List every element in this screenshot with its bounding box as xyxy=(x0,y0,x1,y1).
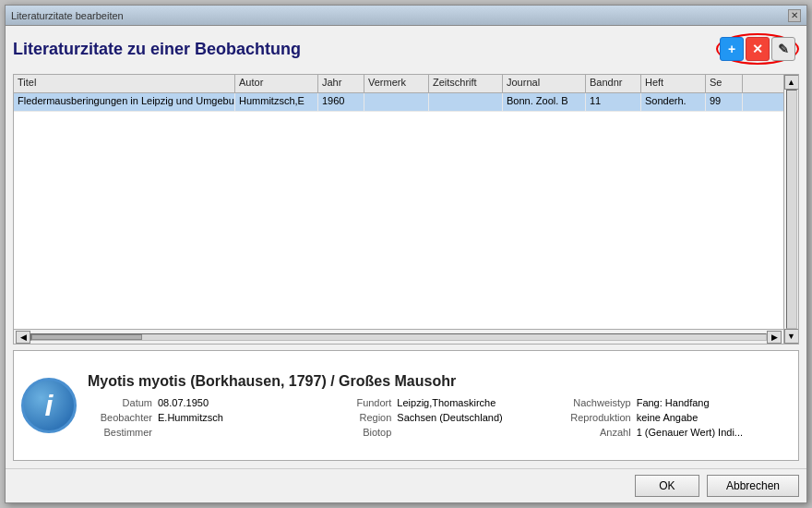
field-label-biotop: Biotop xyxy=(327,427,391,438)
cell-zeitschrift xyxy=(429,93,503,111)
cell-jahr: 1960 xyxy=(318,93,364,111)
vertical-scrollbar[interactable]: ▲ ▼ xyxy=(783,75,798,344)
cell-vermerk xyxy=(364,93,429,111)
title-bar: Literaturzitate bearbeiten ✕ xyxy=(6,6,806,26)
cell-bandnr: 11 xyxy=(586,93,641,111)
cancel-button[interactable]: Abbrechen xyxy=(707,475,799,497)
cell-se: 99 xyxy=(706,93,743,111)
cell-titel: Fledermausberingungen in Leipzig und Umg… xyxy=(14,93,235,111)
scroll-down-button[interactable]: ▼ xyxy=(784,329,799,344)
scroll-right-button[interactable]: ▶ xyxy=(767,331,782,344)
field-label-nachweistyp: Nachweistyp xyxy=(567,397,631,408)
col-header-zeitschrift: Zeitschrift xyxy=(429,75,503,92)
field-label-bestimmer: Bestimmer xyxy=(88,427,152,438)
field-label-reproduktion: Reproduktion xyxy=(567,412,631,423)
field-fundort: Fundort Leipzig,Thomaskirche xyxy=(327,397,551,408)
field-value-region: Sachsen (Deutschland) xyxy=(397,412,502,423)
info-content: Myotis myotis (Borkhausen, 1797) / Große… xyxy=(88,373,791,438)
field-label-anzahl: Anzahl xyxy=(567,427,631,438)
table-container: Titel Autor Jahr Vermerk Zeitschrift Jou… xyxy=(13,74,799,345)
scrollbar-h-track[interactable] xyxy=(30,333,767,341)
cell-heft: Sonderh. xyxy=(641,93,706,111)
field-bestimmer: Bestimmer xyxy=(88,427,312,438)
info-fields: Datum 08.07.1950 Beobachter E.Hummitzsch… xyxy=(88,397,791,438)
field-label-fundort: Fundort xyxy=(327,397,391,408)
scroll-left-button[interactable]: ◀ xyxy=(16,331,30,344)
col-header-jahr: Jahr xyxy=(318,75,364,92)
horizontal-scrollbar[interactable]: ◀ ▶ xyxy=(14,329,783,344)
col-header-vermerk: Vermerk xyxy=(364,75,429,92)
col-header-journal: Journal xyxy=(503,75,586,92)
main-window: Literaturzitate bearbeiten ✕ Literaturzi… xyxy=(5,5,807,503)
table-header: Titel Autor Jahr Vermerk Zeitschrift Jou… xyxy=(14,75,783,93)
field-value-anzahl: 1 (Genauer Wert) Indi... xyxy=(637,427,743,438)
scroll-up-button[interactable]: ▲ xyxy=(784,75,799,90)
header-row: Literaturzitate zu einer Beobachtung + ✕… xyxy=(13,33,799,65)
col-header-heft: Heft xyxy=(641,75,706,92)
info-icon: i xyxy=(21,378,77,433)
field-value-datum: 08.07.1950 xyxy=(158,397,209,408)
field-label-region: Region xyxy=(327,412,391,423)
footer: OK Abbrechen xyxy=(6,468,806,502)
field-value-fundort: Leipzig,Thomaskirche xyxy=(397,397,496,408)
table-main: Titel Autor Jahr Vermerk Zeitschrift Jou… xyxy=(14,75,783,344)
info-panel: i Myotis myotis (Borkhausen, 1797) / Gro… xyxy=(13,350,799,461)
field-label-datum: Datum xyxy=(88,397,152,408)
field-biotop: Biotop xyxy=(327,427,551,438)
field-anzahl: Anzahl 1 (Genauer Wert) Indi... xyxy=(567,427,791,438)
table-body: Fledermausberingungen in Leipzig und Umg… xyxy=(14,93,783,329)
field-value-beobachter: E.Hummitzsch xyxy=(158,412,223,423)
col-header-se: Se xyxy=(706,75,743,92)
remove-button[interactable]: ✕ xyxy=(746,37,770,61)
cell-journal: Bonn. Zool. B xyxy=(503,93,586,111)
close-button[interactable]: ✕ xyxy=(788,9,801,22)
toolbar: + ✕ ✎ xyxy=(716,33,799,65)
scrollbar-v-track[interactable] xyxy=(786,90,797,329)
field-nachweistyp: Nachweistyp Fang: Handfang xyxy=(567,397,791,408)
col-header-bandnr: Bandnr xyxy=(586,75,641,92)
field-beobachter: Beobachter E.Hummitzsch xyxy=(88,412,312,423)
field-label-beobachter: Beobachter xyxy=(88,412,152,423)
table-row[interactable]: Fledermausberingungen in Leipzig und Umg… xyxy=(14,93,783,112)
field-region: Region Sachsen (Deutschland) xyxy=(327,412,551,423)
col-header-autor: Autor xyxy=(235,75,318,92)
field-reproduktion: Reproduktion keine Angabe xyxy=(567,412,791,423)
edit-button[interactable]: ✎ xyxy=(771,37,795,61)
ok-button[interactable]: OK xyxy=(635,475,699,497)
cell-autor: Hummitzsch,E xyxy=(235,93,318,111)
scrollbar-h-thumb[interactable] xyxy=(31,334,142,340)
title-bar-text: Literaturzitate bearbeiten xyxy=(11,10,124,21)
field-datum: Datum 08.07.1950 xyxy=(88,397,312,408)
col-header-titel: Titel xyxy=(14,75,235,92)
info-title: Myotis myotis (Borkhausen, 1797) / Große… xyxy=(88,373,791,390)
add-button[interactable]: + xyxy=(720,37,744,61)
dialog-title: Literaturzitate zu einer Beobachtung xyxy=(13,40,301,59)
field-value-nachweistyp: Fang: Handfang xyxy=(637,397,710,408)
dialog-content: Literaturzitate zu einer Beobachtung + ✕… xyxy=(6,26,806,468)
field-value-reproduktion: keine Angabe xyxy=(637,412,699,423)
table-area: Titel Autor Jahr Vermerk Zeitschrift Jou… xyxy=(14,75,798,344)
